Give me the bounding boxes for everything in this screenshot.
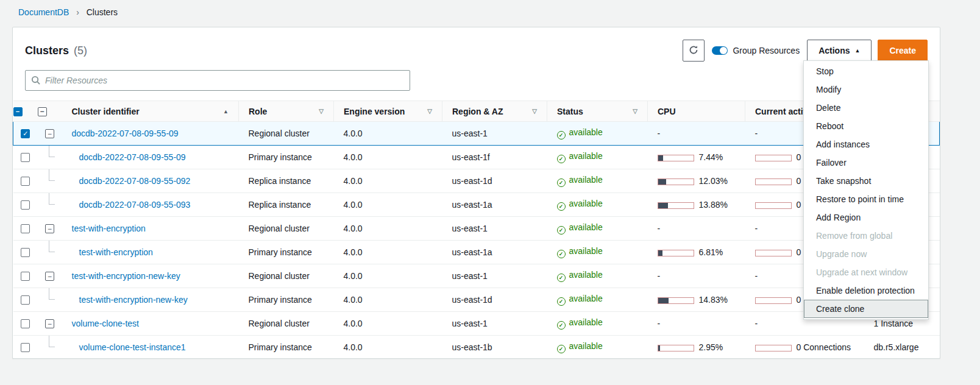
filter-dropdown-icon[interactable]: ▽ xyxy=(633,108,637,115)
cluster-identifier-link[interactable]: docdb-2022-07-08-09-55-09 xyxy=(72,129,179,138)
engine-version-cell: 4.0.0 xyxy=(334,264,442,288)
cpu-value: 14.83% xyxy=(699,295,728,305)
row-checkbox[interactable] xyxy=(21,272,30,281)
menu-item-create-clone[interactable]: Create clone xyxy=(804,300,928,318)
current-activity-cell: 0 Connections xyxy=(745,336,864,359)
cpu-gauge xyxy=(658,178,694,185)
actions-button[interactable]: Actions ▲ xyxy=(807,40,872,62)
cpu-cell: - xyxy=(648,264,745,288)
cluster-identifier-link[interactable]: docdb-2022-07-08-09-55-092 xyxy=(79,176,191,186)
menu-item-enable-deletion-protection[interactable]: Enable deletion protection xyxy=(804,281,928,300)
menu-item-add-instances[interactable]: Add instances xyxy=(804,135,928,154)
activity-empty: - xyxy=(755,319,758,328)
menu-item-delete[interactable]: Delete xyxy=(804,99,928,117)
collapse-all-icon[interactable]: − xyxy=(38,107,47,116)
row-checkbox[interactable] xyxy=(21,224,30,233)
column-header-region-az[interactable]: Region & AZ▽ xyxy=(442,101,547,122)
cluster-identifier-link[interactable]: test-with-encryption-new-key xyxy=(79,295,188,305)
filter-input[interactable] xyxy=(25,70,410,91)
row-checkbox[interactable] xyxy=(21,153,30,162)
clusters-panel: Clusters (5) Group Resources Actions ▲ C… xyxy=(12,27,940,359)
header-controls: Group Resources Actions ▲ Create xyxy=(683,40,928,62)
role-cell: Regional cluster xyxy=(239,312,334,336)
column-label: Status xyxy=(557,107,583,116)
menu-item-take-snapshot[interactable]: Take snapshot xyxy=(804,172,928,190)
role-cell: Regional cluster xyxy=(239,217,334,241)
table-row: docdb-2022-07-08-09-55-09Primary instanc… xyxy=(13,146,940,169)
create-button[interactable]: Create xyxy=(878,40,928,62)
row-checkbox[interactable] xyxy=(21,248,30,257)
status-available-icon: ✓ xyxy=(557,178,566,187)
cpu-cell: 13.88% xyxy=(648,193,745,217)
table-row: −volume-clone-testRegional cluster4.0.0u… xyxy=(13,312,940,336)
cluster-identifier-link[interactable]: docdb-2022-07-08-09-55-09 xyxy=(79,152,186,162)
connections-gauge xyxy=(755,155,792,161)
row-checkbox[interactable] xyxy=(21,200,30,210)
region-az-cell: us-east-1f xyxy=(442,146,547,169)
connections-gauge xyxy=(755,202,792,209)
cpu-empty: - xyxy=(658,271,661,281)
column-header-cluster-identifier[interactable]: Cluster identifier▲ xyxy=(62,101,239,122)
menu-item-remove-from-global: Remove from global xyxy=(804,227,928,245)
cpu-gauge xyxy=(658,202,694,209)
connections-gauge xyxy=(755,297,792,304)
menu-item-modify[interactable]: Modify xyxy=(804,80,928,99)
column-label: Cluster identifier xyxy=(72,107,140,116)
column-label: Role xyxy=(249,107,267,116)
tree-connector xyxy=(49,241,55,252)
filter-dropdown-icon[interactable]: ▽ xyxy=(427,108,432,115)
status-cell: ✓available xyxy=(547,264,648,288)
cpu-cell: 12.03% xyxy=(648,169,745,193)
row-checkbox[interactable] xyxy=(21,319,30,328)
cluster-identifier-link[interactable]: volume-clone-test xyxy=(72,319,140,328)
column-header-role[interactable]: Role▽ xyxy=(239,101,334,122)
group-resources-toggle[interactable]: Group Resources xyxy=(712,46,800,55)
status-text: available xyxy=(569,246,603,256)
row-checkbox[interactable]: ✓ xyxy=(21,129,30,138)
cluster-identifier-link[interactable]: volume-clone-test-instance1 xyxy=(79,342,186,352)
collapse-row-icon[interactable]: − xyxy=(45,319,54,328)
table-row: docdb-2022-07-08-09-55-092Replica instan… xyxy=(13,169,940,193)
collapse-row-icon[interactable]: − xyxy=(45,272,54,281)
breadcrumb-documentdb-link[interactable]: DocumentDB xyxy=(18,7,69,17)
select-all-checkbox[interactable]: − xyxy=(13,107,23,116)
column-label: Engine version xyxy=(344,107,405,116)
menu-item-add-region[interactable]: Add Region xyxy=(804,208,928,227)
cluster-identifier-link[interactable]: test-with-encryption xyxy=(79,247,153,257)
row-checkbox[interactable] xyxy=(21,343,30,352)
status-cell: ✓available xyxy=(547,169,648,193)
table-body: ✓−docdb-2022-07-08-09-55-09Regional clus… xyxy=(13,122,940,359)
role-cell: Replica instance xyxy=(239,193,334,217)
status-available-icon: ✓ xyxy=(557,297,566,306)
cpu-cell: 2.95% xyxy=(648,336,745,359)
status-cell: ✓available xyxy=(547,122,648,146)
row-checkbox[interactable] xyxy=(21,295,30,305)
table-row: −test-with-encryption-new-keyRegional cl… xyxy=(13,264,940,288)
cluster-identifier-link[interactable]: test-with-encryption xyxy=(72,224,146,233)
refresh-button[interactable] xyxy=(683,40,705,62)
cluster-identifier-link[interactable]: test-with-encryption-new-key xyxy=(72,271,180,281)
cpu-value: 6.81% xyxy=(699,247,723,257)
cpu-cell: 14.83% xyxy=(648,288,745,312)
status-text: available xyxy=(569,199,603,208)
menu-item-reboot[interactable]: Reboot xyxy=(804,117,928,135)
region-az-cell: us-east-1a xyxy=(442,193,547,217)
column-header-status[interactable]: Status▽ xyxy=(547,101,648,122)
tree-connector xyxy=(49,169,55,181)
filter-dropdown-icon[interactable]: ▽ xyxy=(319,108,324,115)
row-checkbox[interactable] xyxy=(21,177,30,186)
menu-item-stop[interactable]: Stop xyxy=(804,62,928,80)
region-az-cell: us-east-1 xyxy=(442,264,547,288)
status-available-icon: ✓ xyxy=(557,226,566,235)
filter-dropdown-icon[interactable]: ▽ xyxy=(532,108,537,115)
cluster-identifier-link[interactable]: docdb-2022-07-08-09-55-093 xyxy=(79,200,191,210)
menu-item-restore-to-point-in-time[interactable]: Restore to point in time xyxy=(804,190,928,208)
status-cell: ✓available xyxy=(547,336,648,359)
collapse-row-icon[interactable]: − xyxy=(45,224,54,233)
collapse-row-icon[interactable]: − xyxy=(45,129,54,138)
column-header-engine-version[interactable]: Engine version▽ xyxy=(334,101,442,122)
activity-value: 0 Connections xyxy=(797,342,851,352)
column-label: CPU xyxy=(658,107,676,116)
role-cell: Primary instance xyxy=(239,288,334,312)
menu-item-failover[interactable]: Failover xyxy=(804,154,928,172)
